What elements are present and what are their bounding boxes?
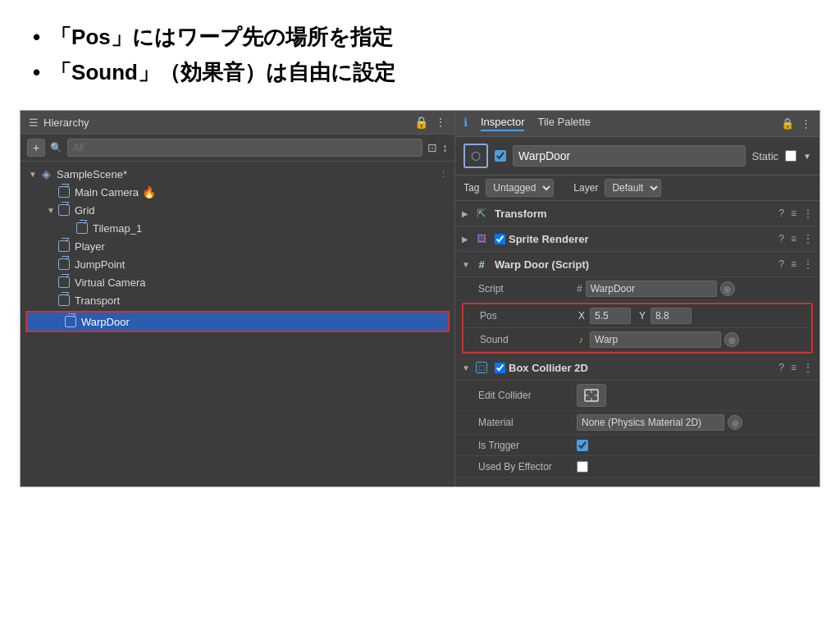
gameobj-icon	[75, 221, 89, 235]
static-checkbox[interactable]	[785, 150, 797, 162]
box-collider-checkbox[interactable]	[495, 363, 505, 373]
comp-settings-icon[interactable]: ≡	[791, 362, 797, 373]
help-icon[interactable]: ?	[778, 233, 784, 244]
bullet-item-2: 「Sound」（効果音）は自由に設定	[33, 58, 807, 87]
comp-settings-icon[interactable]: ≡	[791, 233, 797, 244]
component-sprite-renderer[interactable]: ▶ 🖼 Sprite Renderer ? ≡ ⋮	[455, 226, 819, 252]
box-collider-icon: □	[473, 359, 490, 376]
fire-icon: 🔥	[142, 185, 156, 199]
info-icon: ℹ	[463, 116, 468, 131]
field-value-used-by-effector	[577, 461, 810, 472]
tree-item-warpdoor[interactable]: WarpDoor	[25, 311, 450, 332]
comp-name: Box Collider 2D	[509, 362, 778, 374]
comp-arrow: ▼	[462, 260, 473, 269]
comp-name: Sprite Renderer	[509, 233, 778, 245]
tree-label: Grid	[75, 204, 95, 217]
comp-more-icon[interactable]: ⋮	[803, 258, 813, 270]
tree-item-samplescene[interactable]: ▼ ◈ SampleScene* ⋮	[21, 165, 454, 183]
more-options-icon[interactable]: ⋮	[435, 116, 446, 129]
inspector-body: ⬡ Static ▼ Tag Untagged Layer D	[455, 137, 819, 486]
field-row-sound: Sound ♪ Warp ◎	[463, 328, 811, 352]
gameobj-icon	[57, 257, 71, 272]
gameobj-icon	[63, 314, 78, 329]
inspector-header-right: 🔒 ⋮	[781, 117, 811, 130]
comp-more-icon[interactable]: ⋮	[803, 233, 813, 244]
sound-select-btn[interactable]: ◎	[724, 332, 739, 347]
pos-sound-highlight-box: Pos X Y Sound ♪	[462, 303, 813, 354]
tree-item-tilemap1[interactable]: Tilemap_1	[21, 219, 454, 237]
tree-label: Player	[75, 240, 105, 253]
more-options-inspector[interactable]: ⋮	[801, 117, 811, 130]
tree-label: WarpDoor	[81, 316, 130, 328]
script-select-btn[interactable]: ◎	[720, 281, 735, 296]
filter-icon[interactable]: ⊡	[427, 141, 437, 154]
add-button[interactable]: +	[27, 139, 45, 157]
more-icon[interactable]: ⋮	[439, 169, 448, 180]
is-trigger-checkbox[interactable]	[577, 440, 588, 451]
field-label-script: Script	[478, 283, 577, 294]
tree-item-maincamera[interactable]: Main Camera 🔥	[21, 183, 454, 201]
pos-x-input[interactable]	[590, 308, 631, 324]
transform-icon: ⇱	[473, 205, 490, 221]
material-input[interactable]	[577, 414, 724, 431]
gameobj-icon	[57, 185, 71, 199]
field-value-is-trigger	[577, 440, 810, 451]
hierarchy-header-left: ☰ Hierarchy	[29, 116, 89, 129]
object-name-input[interactable]	[513, 145, 746, 167]
tag-select[interactable]: Untagged	[486, 179, 554, 197]
object-cube-icon: ⬡	[463, 144, 488, 168]
tree-item-transport[interactable]: Transport	[21, 291, 454, 309]
object-active-checkbox[interactable]	[495, 150, 506, 162]
field-value-pos: X Y	[578, 308, 801, 324]
page-container: 「Pos」にはワープ先の場所を指定 「Sound」（効果音）は自由に設定 ☰ H…	[0, 0, 840, 487]
field-value-sound: ♪ Warp ◎	[578, 331, 801, 348]
static-dropdown-arrow[interactable]: ▼	[803, 152, 811, 161]
sort-icon[interactable]: ↕	[442, 141, 448, 154]
edit-collider-button[interactable]	[577, 384, 606, 407]
comp-arrow: ▼	[462, 363, 473, 372]
pos-y-input[interactable]	[651, 308, 692, 324]
field-label-pos: Pos	[480, 310, 578, 322]
component-box-collider-header[interactable]: ▼ □ Box Collider 2D ? ≡ ⋮	[455, 355, 819, 381]
search-input[interactable]	[67, 139, 422, 157]
hash-prefix: #	[577, 283, 582, 294]
component-transform[interactable]: ▶ ⇱ Transform ? ≡ ⋮	[455, 201, 819, 226]
tree-item-player[interactable]: Player	[21, 237, 454, 255]
tree-label: Transport	[75, 294, 120, 307]
help-icon[interactable]: ?	[778, 258, 784, 270]
lock-icon[interactable]: 🔒	[414, 116, 428, 129]
comp-more-icon[interactable]: ⋮	[803, 208, 813, 219]
sprite-renderer-checkbox[interactable]	[495, 234, 505, 244]
help-icon[interactable]: ?	[778, 362, 784, 373]
hierarchy-header-right: 🔒 ⋮	[414, 116, 446, 129]
lock-icon-inspector[interactable]: 🔒	[781, 117, 794, 130]
comp-settings-icon[interactable]: ≡	[791, 208, 797, 219]
bullet-list-container: 「Pos」にはワープ先の場所を指定 「Sound」（効果音）は自由に設定	[0, 0, 840, 110]
tag-label: Tag	[463, 182, 479, 194]
tab-inspector[interactable]: Inspector	[481, 116, 524, 131]
audio-note-icon: ♪	[578, 334, 583, 345]
used-by-effector-checkbox[interactable]	[577, 461, 588, 472]
sound-value: Warp	[590, 331, 721, 348]
comp-more-icon[interactable]: ⋮	[803, 362, 813, 373]
x-label: X	[578, 310, 585, 322]
layer-label: Layer	[573, 182, 598, 194]
help-icon[interactable]: ?	[778, 208, 784, 219]
field-row-edit-collider: Edit Collider	[455, 381, 819, 411]
tree-item-virtualcamera[interactable]: Virtual Camera	[21, 273, 454, 291]
hierarchy-toolbar: + 🔍 ⊡ ↕	[21, 135, 454, 162]
hierarchy-menu-icon: ☰	[29, 116, 39, 129]
layer-select[interactable]: Default	[605, 179, 661, 197]
field-row-pos: Pos X Y	[463, 304, 811, 328]
field-label-material: Material	[478, 417, 577, 428]
comp-name: Warp Door (Script)	[495, 258, 778, 271]
tree-item-grid[interactable]: ▼ Grid	[21, 201, 454, 219]
material-select-btn[interactable]: ◎	[728, 415, 742, 430]
component-warp-door-header[interactable]: ▼ # Warp Door (Script) ? ≡ ⋮	[455, 252, 819, 277]
tree-item-jumppoint[interactable]: JumpPoint	[21, 255, 454, 273]
comp-right-icons: ? ≡ ⋮	[778, 233, 813, 244]
search-icon: 🔍	[50, 142, 62, 153]
comp-settings-icon[interactable]: ≡	[791, 258, 797, 270]
field-label-sound: Sound	[480, 334, 578, 345]
tab-tile-palette[interactable]: Tile Palette	[537, 116, 591, 131]
